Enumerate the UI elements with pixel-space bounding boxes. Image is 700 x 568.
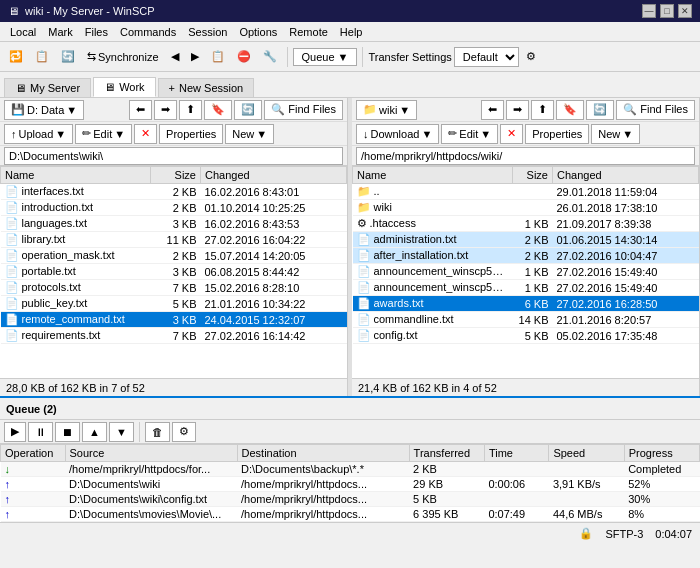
table-row[interactable]: 📄config.txt 5 KB 05.02.2016 17:35:48 [353, 328, 699, 344]
sync-button[interactable]: ⇆ Synchronize [82, 46, 164, 68]
right-properties-button[interactable]: Properties [525, 124, 589, 144]
right-new-button[interactable]: New ▼ [591, 124, 640, 144]
left-properties-button[interactable]: Properties [159, 124, 223, 144]
tab-work[interactable]: 🖥 Work [93, 77, 155, 97]
toolbar-btn-5[interactable]: ▶ [186, 46, 204, 68]
queue-start-btn[interactable]: ▶ [4, 422, 26, 442]
table-row[interactable]: 📄operation_mask.txt 2 KB 15.07.2014 14:2… [1, 248, 347, 264]
toolbar-btn-6[interactable]: 📋 [206, 46, 230, 68]
menu-help[interactable]: Help [334, 24, 369, 40]
toolbar-btn-2[interactable]: 📋 [30, 46, 54, 68]
right-nav-btn-2[interactable]: ➡ [506, 100, 529, 120]
file-name: 📄requirements.txt [1, 328, 151, 344]
left-nav-btn-2[interactable]: ➡ [154, 100, 177, 120]
minimize-button[interactable]: — [642, 4, 656, 18]
right-nav-btn-4[interactable]: 🔖 [556, 100, 584, 120]
left-delete-button[interactable]: ✕ [134, 124, 157, 144]
right-delete-button[interactable]: ✕ [500, 124, 523, 144]
menu-commands[interactable]: Commands [114, 24, 182, 40]
queue-speed [549, 462, 624, 477]
queue-up-btn[interactable]: ▲ [82, 422, 107, 442]
main-toolbar: 🔁 📋 🔄 ⇆ Synchronize ◀ ▶ 📋 ⛔ 🔧 Queue ▼ Tr… [0, 42, 700, 72]
transfer-config-btn[interactable]: ⚙ [521, 46, 541, 68]
table-row[interactable]: 📄announcement_winscp55.txt 1 KB 27.02.20… [353, 264, 699, 280]
table-row[interactable]: 📄protocols.txt 7 KB 15.02.2016 8:28:10 [1, 280, 347, 296]
queue-title: Queue (2) [6, 403, 57, 415]
upload-button[interactable]: ↑ Upload ▼ [4, 124, 73, 144]
right-nav-btn-3[interactable]: ⬆ [531, 100, 554, 120]
right-nav-btn-1[interactable]: ⬅ [481, 100, 504, 120]
table-row[interactable]: 📄portable.txt 3 KB 06.08.2015 8:44:42 [1, 264, 347, 280]
right-server-btn[interactable]: 📁 wiki ▼ [356, 100, 417, 120]
right-col-changed[interactable]: Changed [553, 167, 699, 184]
table-row[interactable]: 📄requirements.txt 7 KB 27.02.2016 16:14:… [1, 328, 347, 344]
table-row[interactable]: 📁wiki 26.01.2018 17:38:10 [353, 200, 699, 216]
table-row[interactable]: ⚙.htaccess 1 KB 21.09.2017 8:39:38 [353, 216, 699, 232]
upload-arrow-icon: ▼ [55, 128, 66, 140]
queue-pause-btn[interactable]: ⏸ [28, 422, 53, 442]
toolbar-btn-4[interactable]: ◀ [166, 46, 184, 68]
right-refresh-btn[interactable]: 🔄 [586, 100, 614, 120]
list-item[interactable]: ↑ D:\Documents\wiki\config.txt /home/mpr… [1, 492, 700, 507]
left-drive-btn[interactable]: 💾 D: Data ▼ [4, 100, 84, 120]
left-nav-btn-1[interactable]: ⬅ [129, 100, 152, 120]
left-nav-btn-4[interactable]: 🔖 [204, 100, 232, 120]
download-button[interactable]: ↓ Download ▼ [356, 124, 439, 144]
transfer-settings-select[interactable]: Default [454, 47, 519, 67]
menu-session[interactable]: Session [182, 24, 233, 40]
right-status-text: 21,4 KB of 162 KB in 4 of 52 [358, 382, 497, 394]
list-item[interactable]: ↑ D:\Documents\movies\Movie\... /home/mp… [1, 507, 700, 522]
left-col-size[interactable]: Size [151, 167, 201, 184]
right-col-name[interactable]: Name [353, 167, 513, 184]
queue-settings-btn[interactable]: ⚙ [172, 422, 196, 442]
queue-delete-btn[interactable]: 🗑 [145, 422, 170, 442]
table-row[interactable]: 📄administration.txt 2 KB 01.06.2015 14:3… [353, 232, 699, 248]
file-name: 📄announcement_winscp57.txt [353, 280, 513, 296]
right-path-input[interactable] [356, 147, 695, 165]
table-row[interactable]: 📄languages.txt 3 KB 16.02.2016 8:43:53 [1, 216, 347, 232]
file-size: 3 KB [151, 264, 201, 280]
table-row[interactable]: 📁.. 29.01.2018 11:59:04 [353, 184, 699, 200]
queue-transferred: 6 395 KB [409, 507, 484, 522]
table-row[interactable]: 📄public_key.txt 5 KB 21.01.2016 10:34:22 [1, 296, 347, 312]
table-row[interactable]: 📄announcement_winscp57.txt 1 KB 27.02.20… [353, 280, 699, 296]
close-button[interactable]: ✕ [678, 4, 692, 18]
left-col-changed[interactable]: Changed [201, 167, 347, 184]
right-edit-button[interactable]: ✏ Edit ▼ [441, 124, 498, 144]
toolbar-btn-7[interactable]: ⛔ [232, 46, 256, 68]
toolbar-btn-3[interactable]: 🔄 [56, 46, 80, 68]
menu-options[interactable]: Options [233, 24, 283, 40]
table-row[interactable]: 📄remote_command.txt 3 KB 24.04.2015 12:3… [1, 312, 347, 328]
right-find-btn[interactable]: 🔍 Find Files [616, 100, 695, 120]
table-row[interactable]: 📄introduction.txt 2 KB 01.10.2014 10:25:… [1, 200, 347, 216]
left-edit-button[interactable]: ✏ Edit ▼ [75, 124, 132, 144]
left-find-btn[interactable]: 🔍 Find Files [264, 100, 343, 120]
table-row[interactable]: 📄library.txt 11 KB 27.02.2016 16:04:22 [1, 232, 347, 248]
queue-button[interactable]: Queue ▼ [293, 48, 358, 66]
tab-my-server[interactable]: 🖥 My Server [4, 78, 91, 97]
queue-stop-btn[interactable]: ⏹ [55, 422, 80, 442]
table-row[interactable]: 📄after_installation.txt 2 KB 27.02.2016 … [353, 248, 699, 264]
menu-local[interactable]: Local [4, 24, 42, 40]
queue-speed: 44,6 MB/s [549, 507, 624, 522]
list-item[interactable]: ↓ /home/mprikryl/httpdocs/for... D:\Docu… [1, 462, 700, 477]
menu-remote[interactable]: Remote [283, 24, 334, 40]
table-row[interactable]: 📄commandline.txt 14 KB 21.01.2016 8:20:5… [353, 312, 699, 328]
table-row[interactable]: 📄interfaces.txt 2 KB 16.02.2016 8:43:01 [1, 184, 347, 200]
right-col-size[interactable]: Size [513, 167, 553, 184]
maximize-button[interactable]: □ [660, 4, 674, 18]
toolbar-btn-1[interactable]: 🔁 [4, 46, 28, 68]
left-new-button[interactable]: New ▼ [225, 124, 274, 144]
queue-dest: /home/mprikryl/httpdocs... [237, 477, 409, 492]
menu-mark[interactable]: Mark [42, 24, 78, 40]
queue-down-btn[interactable]: ▼ [109, 422, 134, 442]
left-refresh-btn[interactable]: 🔄 [234, 100, 262, 120]
list-item[interactable]: ↑ D:\Documents\wiki /home/mprikryl/httpd… [1, 477, 700, 492]
menu-files[interactable]: Files [79, 24, 114, 40]
table-row[interactable]: 📄awards.txt 6 KB 27.02.2016 16:28:50 [353, 296, 699, 312]
left-path-input[interactable] [4, 147, 343, 165]
tab-new-session[interactable]: + New Session [158, 78, 255, 97]
left-col-name[interactable]: Name [1, 167, 151, 184]
toolbar-btn-8[interactable]: 🔧 [258, 46, 282, 68]
left-nav-btn-3[interactable]: ⬆ [179, 100, 202, 120]
